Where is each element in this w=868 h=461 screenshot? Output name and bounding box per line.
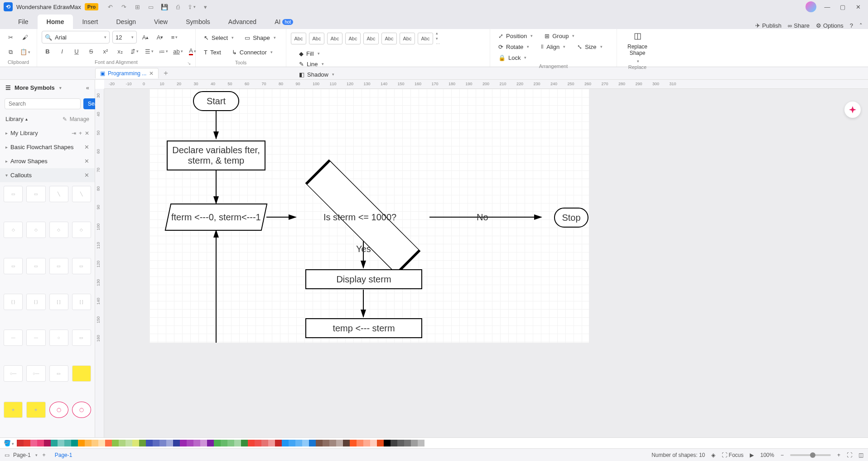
page-tab[interactable]: Page-1: [50, 450, 77, 460]
tab-advanced[interactable]: Advanced: [219, 15, 265, 29]
library-label[interactable]: Library: [5, 116, 24, 122]
color-swatch[interactable]: [51, 440, 58, 446]
save-button[interactable]: 💾: [160, 2, 169, 11]
help-button[interactable]: ?: [850, 22, 853, 29]
close-button[interactable]: ✕: [852, 1, 864, 12]
color-swatch[interactable]: [153, 440, 159, 446]
color-swatch[interactable]: [424, 440, 431, 446]
italic-button[interactable]: I: [56, 45, 68, 57]
strikethrough-button[interactable]: S: [85, 45, 97, 57]
callout-item[interactable]: ◯: [72, 402, 91, 418]
color-swatch[interactable]: [193, 440, 200, 446]
zoom-in-button[interactable]: +: [837, 452, 840, 458]
callout-item[interactable]: ╲: [72, 186, 91, 202]
callout-item[interactable]: { }: [4, 294, 23, 310]
underline-button[interactable]: U: [71, 45, 82, 57]
highlight-button[interactable]: ab▾: [172, 45, 184, 57]
zoom-level[interactable]: 100%: [760, 452, 774, 458]
options-button[interactable]: ⚙ Options: [816, 22, 844, 29]
callout-item[interactable]: ▭: [72, 258, 91, 274]
callout-item[interactable]: ▭: [4, 258, 23, 274]
tab-file[interactable]: File: [9, 15, 38, 29]
color-swatch[interactable]: [363, 440, 370, 446]
lock-button[interactable]: 🔒 Lock▾: [495, 53, 530, 63]
callout-item[interactable]: [ ]: [72, 294, 91, 310]
color-swatch[interactable]: [78, 440, 85, 446]
callout-item[interactable]: ○: [49, 330, 68, 346]
layers-icon[interactable]: ◈: [711, 452, 715, 458]
style-swatch-1[interactable]: Abc: [291, 33, 306, 44]
minimize-button[interactable]: —: [821, 1, 834, 12]
add-page-button[interactable]: ＋: [41, 451, 47, 459]
page-select[interactable]: Page-1: [13, 452, 31, 458]
fit-width-button[interactable]: ◫: [858, 452, 863, 458]
color-swatch[interactable]: [146, 440, 153, 446]
callout-item[interactable]: ★: [4, 402, 23, 418]
bold-button[interactable]: B: [42, 45, 53, 57]
page-nav-icon[interactable]: ▭: [5, 452, 10, 458]
color-swatch[interactable]: [92, 440, 98, 446]
callout-item[interactable]: ★: [26, 402, 45, 418]
color-swatch[interactable]: [282, 440, 289, 446]
shape-tool[interactable]: ▭ Shape ▾: [241, 31, 280, 44]
callout-item[interactable]: —: [26, 330, 45, 346]
style-swatch-2[interactable]: Abc: [309, 33, 324, 44]
color-swatch[interactable]: [139, 440, 146, 446]
add-library-button[interactable]: +: [79, 130, 82, 136]
color-swatch[interactable]: [64, 440, 71, 446]
style-swatch-4[interactable]: Abc: [345, 33, 361, 44]
color-swatch[interactable]: [343, 440, 350, 446]
color-swatch[interactable]: [159, 440, 166, 446]
callout-item[interactable]: ╲: [49, 186, 68, 202]
tab-design[interactable]: Design: [107, 15, 145, 29]
flowchart-temp[interactable]: temp <--- sterm: [305, 318, 422, 338]
callout-item[interactable]: ◇: [72, 222, 91, 238]
callout-item[interactable]: ▭: [49, 258, 68, 274]
list-spacing-button[interactable]: ☰▾: [143, 45, 155, 57]
symbol-search-input[interactable]: [5, 98, 81, 109]
section-arrow-shapes[interactable]: ▸Arrow Shapes✕: [0, 154, 95, 168]
flowchart-start[interactable]: Start: [193, 91, 239, 111]
callout-item[interactable]: ▭: [4, 186, 23, 202]
callout-item[interactable]: ▭: [49, 365, 68, 382]
color-swatch[interactable]: [384, 440, 391, 446]
add-tab-button[interactable]: ＋: [162, 68, 169, 78]
flowchart-display[interactable]: Display sterm: [305, 269, 422, 289]
manage-button[interactable]: Manage: [70, 116, 89, 122]
callout-item[interactable]: —: [4, 330, 23, 346]
copy-button[interactable]: ⧉: [5, 46, 16, 58]
zoom-slider[interactable]: [790, 454, 831, 456]
color-swatch[interactable]: [227, 440, 234, 446]
callout-item[interactable]: ◯: [49, 402, 68, 418]
fill-bucket-icon[interactable]: 🪣▾: [4, 440, 14, 446]
drawing-page[interactable]: Start Declare variables fter, sterm, & t…: [149, 89, 589, 343]
flowchart-stop[interactable]: Stop: [554, 208, 588, 228]
paste-button[interactable]: 📋▾: [19, 46, 31, 58]
align-arrange-button[interactable]: ⫴ Align▾: [537, 42, 569, 52]
collapse-ribbon-button[interactable]: ˄: [859, 22, 863, 29]
superscript-button[interactable]: x²: [100, 45, 111, 57]
color-swatch[interactable]: [261, 440, 268, 446]
color-swatch[interactable]: [397, 440, 404, 446]
tab-insert[interactable]: Insert: [73, 15, 107, 29]
color-swatch[interactable]: [112, 440, 119, 446]
color-swatch[interactable]: [85, 440, 92, 446]
select-tool[interactable]: ↖ Select ▾: [200, 31, 237, 44]
color-swatch[interactable]: [377, 440, 384, 446]
color-swatch[interactable]: [370, 440, 377, 446]
color-swatch[interactable]: [24, 440, 30, 446]
publish-button[interactable]: ✈ Publish: [755, 22, 781, 29]
style-swatch-5[interactable]: Abc: [363, 33, 379, 44]
shrink-font-button[interactable]: A▾: [154, 31, 166, 43]
color-swatch[interactable]: [180, 440, 187, 446]
undo-button[interactable]: ↶: [106, 2, 115, 11]
gallery-down-button[interactable]: ▾: [436, 36, 440, 41]
callout-item[interactable]: ◇: [26, 222, 45, 238]
flowchart-declare[interactable]: Declare variables fter, sterm, & temp: [167, 141, 265, 170]
color-swatch[interactable]: [119, 440, 125, 446]
format-painter-button[interactable]: 🖌: [19, 32, 31, 44]
callout-item[interactable]: ▭: [26, 186, 45, 202]
my-library[interactable]: My Library: [10, 130, 38, 136]
font-size-select[interactable]: 12▾: [112, 31, 137, 44]
style-swatch-6[interactable]: Abc: [381, 33, 397, 44]
